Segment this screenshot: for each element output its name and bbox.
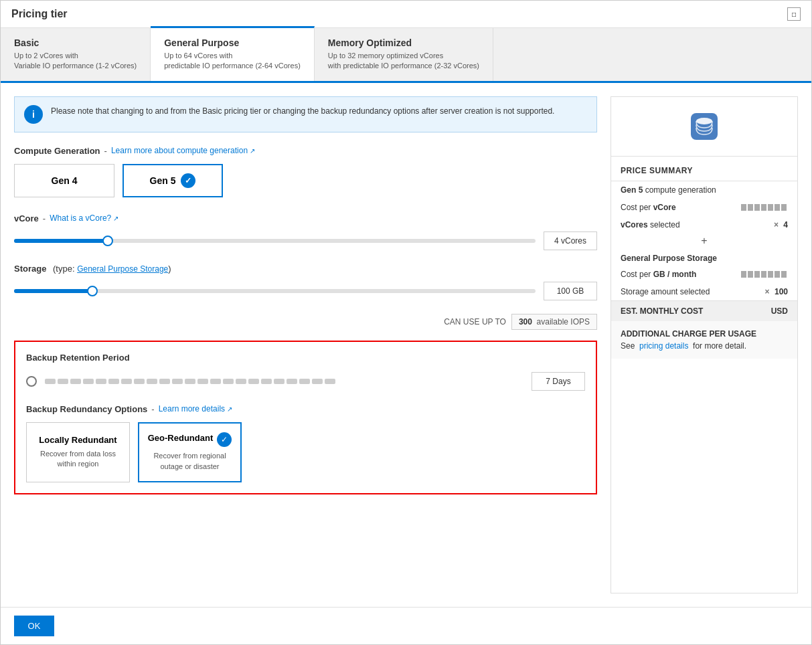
dialog-titlebar: Pricing tier □ (1, 1, 811, 28)
main-panel: i Please note that changing to and from … (14, 96, 597, 593)
geo-redundant-button[interactable]: Geo-Redundant ✓ Recover from regionalout… (138, 422, 242, 482)
svg-rect-0 (691, 113, 718, 140)
compute-generation-section: Compute Generation - Learn more about co… (14, 146, 597, 197)
db-icon (685, 108, 723, 145)
est-label: EST. MONTHLY COST (621, 306, 703, 316)
price-vcost-value (741, 204, 788, 211)
tab-basic-name: Basic (14, 37, 137, 48)
iops-row: CAN USE UP TO 300 available IOPS (14, 314, 597, 330)
retention-value-box: 7 Days (532, 372, 585, 391)
locally-redundant-button[interactable]: Locally Redundant Recover from data loss… (26, 422, 130, 482)
redundancy-buttons: Locally Redundant Recover from data loss… (26, 422, 585, 482)
additional-charge-title: ADDITIONAL CHARGE PER USAGE (621, 329, 788, 339)
locally-redundant-desc: Recover from data losswithin region (40, 449, 116, 470)
storage-value-box: 100 GB (544, 282, 597, 300)
compute-generation-link[interactable]: Learn more about compute generation ↗ (111, 146, 255, 155)
price-gen-label: Gen 5 compute generation (621, 185, 716, 195)
backup-retention-slider: 7 Days (26, 372, 585, 391)
iops-box: 300 available IOPS (511, 314, 597, 330)
price-storage-row: Storage amount selected × 100 (611, 283, 797, 300)
storage-slider-fill (14, 289, 92, 293)
price-summary-panel: PRICE SUMMARY Gen 5 compute generation C… (611, 96, 798, 593)
price-vcost-label: Cost per vCore (621, 203, 676, 212)
svg-point-1 (696, 118, 712, 124)
gen-buttons: Gen 4 Gen 5 ✓ (14, 164, 597, 197)
dialog-body: i Please note that changing to and from … (1, 83, 811, 607)
storage-slider-row: 100 GB (14, 282, 597, 300)
vcore-slider-thumb[interactable] (102, 236, 113, 246)
gen5-button[interactable]: Gen 5 ✓ (123, 164, 223, 197)
tab-basic[interactable]: Basic Up to 2 vCores withVariable IO per… (1, 28, 151, 81)
redundancy-label: Backup Redundancy Options - Learn more d… (26, 404, 585, 414)
plus-sign: + (611, 234, 797, 248)
price-storage-label: Storage amount selected (621, 287, 710, 296)
info-banner: i Please note that changing to and from … (14, 96, 597, 132)
dialog-footer: OK (1, 607, 811, 644)
price-vcores-row: vCores selected × 4 (611, 216, 797, 234)
info-icon: i (24, 105, 43, 124)
price-gbcost-label: Cost per GB / month (621, 270, 696, 279)
storage-section: Storage (type: General Purpose Storage) … (14, 264, 597, 300)
tier-tabs: Basic Up to 2 vCores withVariable IO per… (1, 28, 811, 83)
vcore-label: vCore - What is a vCore? ↗ (14, 213, 597, 223)
est-value: USD (768, 306, 788, 316)
est-monthly-cost-row: EST. MONTHLY COST USD (611, 300, 797, 321)
retention-slider-track[interactable] (45, 379, 523, 384)
backup-retention-label: Backup Retention Period (26, 353, 585, 363)
info-text: Please note that changing to and from th… (51, 105, 554, 117)
geo-redundant-check-icon: ✓ (217, 432, 232, 447)
tab-memory-name: Memory Optimized (328, 37, 479, 48)
tab-memory-desc: Up to 32 memory optimized vCoreswith pre… (328, 51, 479, 72)
dialog-close-button[interactable]: □ (787, 7, 801, 21)
storage-section-header: General Purpose Storage (611, 248, 797, 266)
gen5-check-icon: ✓ (181, 173, 195, 188)
storage-type-link[interactable]: General Purpose Storage (77, 264, 168, 274)
price-gbcost-value (741, 271, 788, 278)
price-vcost-row: Cost per vCore (611, 199, 797, 216)
geo-redundant-header: Geo-Redundant ✓ (148, 432, 232, 447)
tab-basic-desc: Up to 2 vCores withVariable IO performan… (14, 51, 137, 72)
tab-general-desc: Up to 64 vCores withpredictable IO perfo… (164, 51, 301, 72)
ok-button[interactable]: OK (14, 616, 54, 636)
vcore-slider-track[interactable] (14, 239, 536, 243)
gen4-button[interactable]: Gen 4 (14, 164, 114, 197)
storage-label: Storage (type: General Purpose Storage) (14, 264, 597, 274)
pricing-details-link[interactable]: pricing details (639, 341, 688, 351)
price-summary-title: PRICE SUMMARY (611, 157, 797, 181)
tab-memory-optimized[interactable]: Memory Optimized Up to 32 memory optimiz… (315, 28, 493, 81)
additional-charge-text: See pricing details for more detail. (621, 341, 788, 351)
price-vcores-value: × 4 (771, 220, 788, 229)
redundancy-link[interactable]: Learn more details ↗ (159, 404, 232, 413)
vcore-external-icon: ↗ (113, 215, 118, 222)
locally-redundant-name: Locally Redundant (39, 435, 116, 445)
geo-redundant-desc: Recover from regionaloutage or disaster (153, 451, 226, 472)
vcore-slider-row: 4 vCores (14, 232, 597, 250)
price-vcores-label: vCores selected (621, 220, 680, 229)
price-storage-value: × 100 (762, 287, 788, 296)
vcore-slider-fill (14, 239, 108, 243)
storage-slider-thumb[interactable] (87, 286, 98, 296)
vcore-section: vCore - What is a vCore? ↗ 4 vCores (14, 213, 597, 250)
price-gen-row: Gen 5 compute generation (611, 181, 797, 199)
price-panel-header (611, 97, 797, 157)
external-link-icon: ↗ (250, 147, 255, 155)
geo-redundant-name: Geo-Redundant (148, 433, 214, 443)
dialog-title: Pricing tier (11, 8, 68, 20)
price-gbcost-row: Cost per GB / month (611, 266, 797, 283)
tab-general-name: General Purpose (164, 37, 301, 48)
backup-section: Backup Retention Period (14, 341, 597, 494)
tab-general-purpose[interactable]: General Purpose Up to 64 vCores withpred… (151, 26, 315, 81)
pricing-tier-dialog: Pricing tier □ Basic Up to 2 vCores with… (0, 0, 812, 645)
retention-slider-thumb[interactable] (26, 376, 37, 387)
storage-slider-track[interactable] (14, 289, 536, 293)
redundancy-external-icon: ↗ (227, 405, 232, 413)
additional-charge: ADDITIONAL CHARGE PER USAGE See pricing … (611, 321, 797, 359)
vcore-value-box: 4 vCores (544, 232, 597, 250)
compute-generation-label: Compute Generation - Learn more about co… (14, 146, 597, 156)
vcore-link[interactable]: What is a vCore? ↗ (50, 213, 118, 223)
